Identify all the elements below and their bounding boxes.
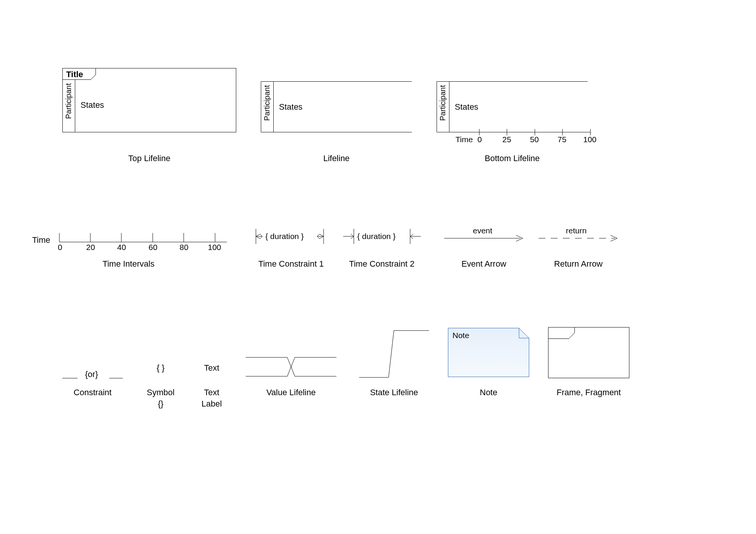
return-arrow-label: return xyxy=(566,226,587,235)
time-intervals-shape: Time 0 20 40 60 80 100 xyxy=(28,219,229,250)
bottom-lifeline-time-label: Time xyxy=(455,135,473,144)
symbol-caption-l1: Symbol xyxy=(142,388,180,397)
time-intervals-label: Time xyxy=(32,235,50,245)
top-lifeline-shape: Title Participant States xyxy=(62,68,236,132)
bottom-lifeline-tick-1: 25 xyxy=(502,135,511,144)
time-constraint2-caption: Time Constraint 2 xyxy=(338,259,425,269)
lifeline-caption: Lifeline xyxy=(261,154,412,163)
top-lifeline-caption: Top Lifeline xyxy=(62,154,236,163)
text-label-shape: Text xyxy=(193,363,231,373)
bottom-lifeline-tick-0: 0 xyxy=(477,135,482,144)
event-arrow-shape: event xyxy=(444,227,524,242)
time-intervals-tick-0: 0 xyxy=(58,243,62,252)
top-lifeline-title: Title xyxy=(66,70,83,79)
bottom-lifeline-tick-3: 75 xyxy=(558,135,566,144)
time-intervals-tick-3: 60 xyxy=(149,243,157,252)
lifeline-participant: Participant xyxy=(263,85,271,121)
time-intervals-tick-2: 40 xyxy=(117,243,126,252)
constraint-label: {or} xyxy=(85,369,98,379)
event-arrow-caption: Event Arrow xyxy=(444,259,524,269)
text-label-caption-l1: Text xyxy=(193,388,231,397)
symbol-shape: { } xyxy=(142,363,180,373)
value-lifeline-shape xyxy=(246,355,336,378)
symbol-caption-l2: {} xyxy=(142,399,180,409)
state-lifeline-shape xyxy=(359,329,429,378)
state-lifeline-caption: State Lifeline xyxy=(355,388,433,397)
time-constraint2-shape: { duration } xyxy=(343,229,421,244)
bottom-lifeline-participant: Participant xyxy=(438,85,447,121)
return-arrow-caption: Return Arrow xyxy=(539,259,618,269)
time-intervals-tick-5: 100 xyxy=(208,243,221,252)
symbol-label: { } xyxy=(142,363,180,373)
text-label-label: Text xyxy=(193,363,231,373)
time-constraint2-label: { duration } xyxy=(357,232,396,241)
constraint-caption: Constraint xyxy=(62,388,123,397)
time-constraint1-label: { duration } xyxy=(265,232,304,241)
frame-caption: Frame, Fragment xyxy=(548,388,629,397)
constraint-shape: {or} xyxy=(62,369,123,380)
note-shape: Note xyxy=(448,328,529,377)
svg-rect-22 xyxy=(548,328,629,378)
lifeline-shape: Participant States xyxy=(261,81,412,132)
bottom-lifeline-tick-4: 100 xyxy=(583,135,596,144)
bottom-lifeline-states: States xyxy=(455,102,478,112)
top-lifeline-participant: Participant xyxy=(64,83,73,119)
value-lifeline-caption: Value Lifeline xyxy=(246,388,336,397)
time-intervals-caption: Time Intervals xyxy=(59,259,198,269)
time-intervals-tick-4: 80 xyxy=(180,243,188,252)
return-arrow-shape: return xyxy=(539,227,618,242)
bottom-lifeline-caption: Bottom Lifeline xyxy=(437,154,588,163)
top-lifeline-states: States xyxy=(81,100,104,110)
bottom-lifeline-tick-2: 50 xyxy=(530,135,539,144)
time-constraint1-caption: Time Constraint 1 xyxy=(249,259,333,269)
text-label-caption-l2: Label xyxy=(193,399,231,409)
note-caption: Note xyxy=(448,388,529,397)
note-label: Note xyxy=(452,331,469,340)
lifeline-states: States xyxy=(279,102,302,112)
event-arrow-label: event xyxy=(473,226,492,235)
frame-shape xyxy=(548,327,629,378)
time-intervals-tick-1: 20 xyxy=(86,243,95,252)
bottom-lifeline-shape: Participant States Time 0 25 50 75 100 xyxy=(437,81,591,146)
time-constraint1-shape: { duration } xyxy=(255,229,325,244)
